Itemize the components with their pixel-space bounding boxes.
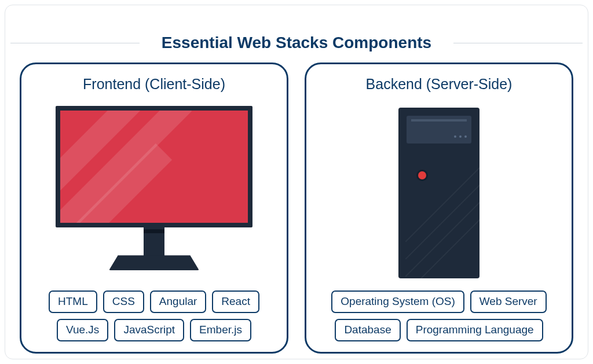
frontend-tags: HTML CSS Angular React Vue.Js JavaScript… [34,291,274,341]
backend-heading: Backend (Server-Side) [366,76,513,93]
tag-os: Operating System (OS) [331,291,464,313]
backend-tags: Operating System (OS) Web Server Databas… [319,291,559,341]
tag-html: HTML [49,291,97,313]
tag-angular: Angular [150,291,207,313]
monitor-icon [56,106,252,280]
frontend-heading: Frontend (Client-Side) [83,76,225,93]
backend-panel: Backend (Server-Side) Operating System (… [305,62,573,354]
tag-vuejs: Vue.Js [57,319,108,341]
tag-emberjs: Ember.js [190,319,251,341]
power-led-icon [418,171,426,179]
diagram-title: Essential Web Stacks Components [150,34,443,52]
panels-container: Frontend (Client-Side) HTML CSS Angular … [20,62,573,354]
tag-javascript: JavaScript [114,319,184,341]
frontend-panel: Frontend (Client-Side) HTML CSS Angular … [20,62,288,354]
tag-database: Database [335,319,400,341]
divider-right [453,43,583,43]
tag-proglang: Programming Language [407,319,543,341]
title-row: Essential Web Stacks Components [0,34,593,52]
tag-react: React [212,291,259,313]
server-tower-icon [398,108,479,278]
divider-left [10,43,140,43]
frontend-illustration [34,101,274,285]
backend-illustration [319,101,559,285]
tag-webserver: Web Server [470,291,547,313]
tag-css: CSS [103,291,144,313]
